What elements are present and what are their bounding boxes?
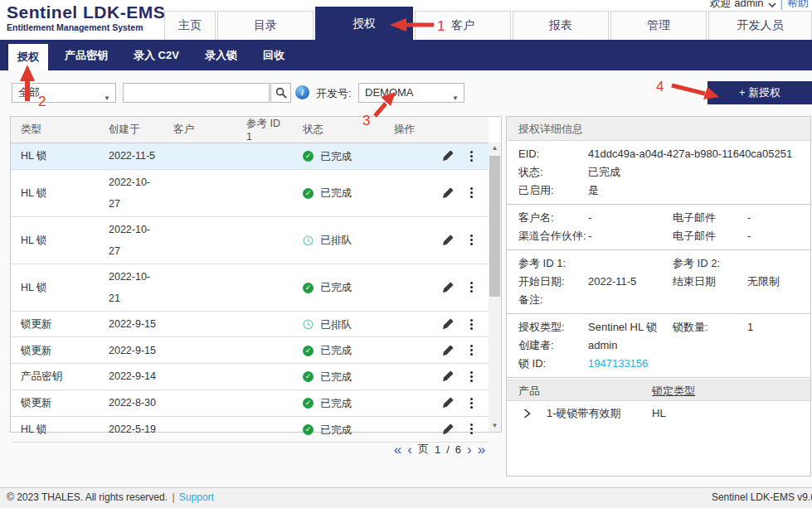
end-date-value: 无限制 <box>747 273 780 291</box>
scroll-down-icon[interactable]: ▼ <box>489 420 501 432</box>
expand-chevron-icon[interactable] <box>523 409 531 418</box>
status-badge: ✓ 已完成 <box>293 416 384 443</box>
completed-check-icon: ✓ <box>303 283 314 293</box>
main-tab[interactable]: 目录 <box>217 11 314 40</box>
app-logo: Sentinel LDK-EMS Entitlement Management … <box>7 2 165 32</box>
email-value: - <box>747 227 751 245</box>
key-id-link[interactable]: 1947133156 <box>588 355 648 373</box>
prev-page-button[interactable]: ‹ <box>407 443 412 457</box>
more-actions-icon[interactable] <box>468 150 475 162</box>
table-row[interactable]: 产品密钥 2022-9-14 ✓ 已完成 <box>11 364 489 390</box>
table-row[interactable]: HL 锁 2022-5-19 ✓ 已完成 <box>11 416 489 443</box>
last-page-button[interactable]: » <box>478 443 485 457</box>
main-tab[interactable]: 管理 <box>610 11 707 40</box>
vendor-value: DEMOMA <box>365 86 414 99</box>
more-actions-icon[interactable] <box>468 397 475 409</box>
pagination: « ‹ 页 1 / 6 › » <box>365 442 514 457</box>
version-text: Sentinel LDK-EMS v9.0 <box>712 491 812 503</box>
status-badge: ✓ 已完成 <box>293 143 384 170</box>
subnav-item[interactable]: 录入 C2V <box>124 40 188 70</box>
more-actions-icon[interactable] <box>468 423 475 435</box>
main-tab[interactable]: 报表 <box>513 11 609 40</box>
queued-clock-icon <box>303 235 314 246</box>
more-actions-icon[interactable] <box>468 344 475 356</box>
keycount-value: 1 <box>747 318 753 336</box>
edit-icon[interactable] <box>442 282 454 293</box>
edit-icon[interactable] <box>442 187 454 199</box>
edit-icon[interactable] <box>442 318 454 330</box>
subnav-item[interactable]: 授权 <box>8 44 48 70</box>
table-row[interactable]: 锁更新 2022-9-15 ✓ 已完成 <box>11 337 489 364</box>
table-row[interactable]: HL 锁 2022-10-27 ✓ 已排队 <box>11 216 489 264</box>
edit-icon[interactable] <box>442 370 454 382</box>
col-actions: 操作 <box>384 117 489 143</box>
table-row[interactable]: HL 锁 2022-11-5 ✓ 已完成 <box>11 143 489 170</box>
more-actions-icon[interactable] <box>468 281 475 293</box>
main-tabs: 主页目录授权客户报表管理开发人员 <box>164 7 812 40</box>
main-tab[interactable]: 客户 <box>415 11 511 40</box>
page-label: 页 <box>418 442 429 457</box>
cell-type: 锁更新 <box>21 318 52 330</box>
locking-type-col-label[interactable]: 锁定类型 <box>652 380 695 402</box>
subnav-item[interactable]: 产品密钥 <box>56 40 117 70</box>
channel-partner-label: 渠道合作伙伴: <box>518 227 586 245</box>
col-customer: 客户 <box>163 117 236 143</box>
product-row[interactable]: 1-硬锁带有效期 HL <box>507 401 810 426</box>
main-tab[interactable]: 主页 <box>164 11 216 40</box>
support-link[interactable]: Support <box>179 491 214 503</box>
customer-value: - <box>588 209 591 227</box>
search-button[interactable] <box>270 83 291 103</box>
page-separator: / <box>446 443 450 456</box>
more-actions-icon[interactable] <box>468 370 475 383</box>
table-row[interactable]: HL 锁 2022-10-21 ✓ 已完成 <box>11 264 489 311</box>
main-tab[interactable]: 授权 <box>315 7 413 40</box>
email-label: 电子邮件 <box>673 227 716 245</box>
edit-icon[interactable] <box>442 397 454 409</box>
more-actions-icon[interactable] <box>468 186 475 199</box>
scrollbar-thumb[interactable] <box>489 156 500 297</box>
table-row[interactable]: HL 锁 2022-10-27 ✓ 已完成 <box>11 169 489 216</box>
top-header: Sentinel LDK-EMS Entitlement Management … <box>0 0 812 40</box>
cell-created: 2022-10-21 <box>109 271 150 304</box>
edit-icon[interactable] <box>442 150 454 162</box>
more-actions-icon[interactable] <box>468 234 475 246</box>
product-locking-type: HL <box>652 401 666 426</box>
completed-check-icon: ✓ <box>303 424 314 435</box>
vendor-label: 开发号: <box>316 86 352 101</box>
creator-value: admin <box>588 336 617 355</box>
search-input[interactable] <box>123 83 270 103</box>
details-section-type: 授权类型:Sentinel HL 锁 锁数量:1 创建者:admin 锁 ID:… <box>507 314 810 378</box>
edit-icon[interactable] <box>442 423 454 435</box>
table-row[interactable]: 锁更新 2022-9-15 ✓ 已排队 <box>11 311 489 337</box>
subnav-item[interactable]: 回收 <box>254 40 294 70</box>
status-text: 已完成 <box>320 398 352 409</box>
queued-clock-icon <box>303 319 314 330</box>
first-page-button[interactable]: « <box>394 443 401 457</box>
status-text: 已排队 <box>320 235 352 246</box>
completed-check-icon: ✓ <box>303 346 314 356</box>
more-actions-icon[interactable] <box>468 318 475 331</box>
status-text: 已完成 <box>320 187 352 199</box>
footer-separator: | <box>172 491 174 503</box>
next-page-button[interactable]: › <box>467 443 472 457</box>
remarks-label: 备注: <box>518 291 543 309</box>
status-badge: ✓ 已完成 <box>293 364 384 390</box>
panel-title: 授权详细信息 <box>507 117 810 141</box>
keycount-label: 锁数量: <box>673 318 708 336</box>
cell-created: 2022-10-27 <box>109 224 150 257</box>
col-created: 创建于 <box>99 117 163 143</box>
type-filter-dropdown[interactable]: 全部 ▼ <box>12 83 116 103</box>
info-icon[interactable]: i <box>295 85 309 99</box>
main-tab[interactable]: 开发人员 <box>708 11 812 40</box>
new-entitlement-button[interactable]: + 新授权 <box>707 81 812 104</box>
status-text: 已完成 <box>320 282 352 293</box>
subnav-item[interactable]: 录入锁 <box>196 40 246 70</box>
edit-icon[interactable] <box>442 235 454 246</box>
vendor-dropdown[interactable]: DEMOMA ▼ <box>358 83 464 103</box>
scroll-up-icon[interactable]: ▲ <box>489 143 501 154</box>
copyright-text: © 2023 THALES. All rights reserved. <box>7 491 168 503</box>
details-section-customer: 客户名:- 电子邮件- 渠道合作伙伴:- 电子邮件- <box>507 205 810 250</box>
table-scrollbar[interactable]: ▲ ▼ <box>489 143 501 432</box>
table-row[interactable]: 锁更新 2022-8-30 ✓ 已完成 <box>11 389 489 416</box>
edit-icon[interactable] <box>442 345 454 356</box>
